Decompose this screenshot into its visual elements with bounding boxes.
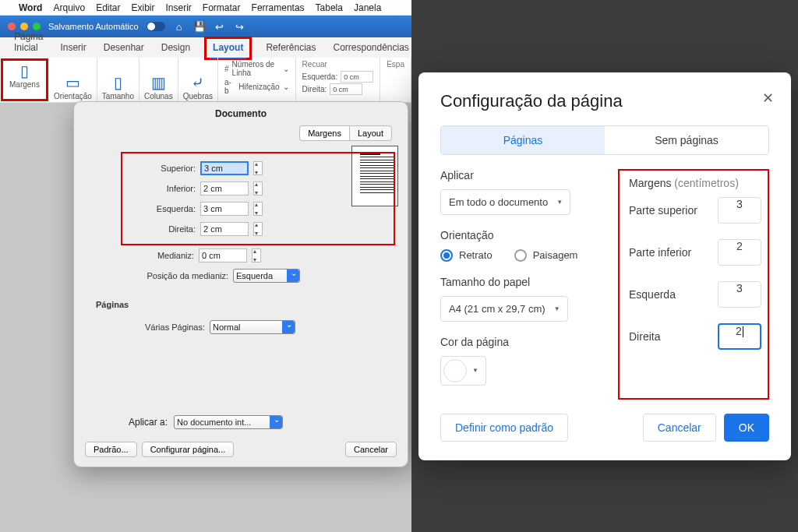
chevron-down-icon: ⌄ <box>283 65 289 73</box>
tab-references[interactable]: Referências <box>263 39 319 58</box>
ribbon-size-button[interactable]: ▯Tamanho <box>97 58 139 102</box>
ribbon-margins-button[interactable]: ▯ Margens <box>5 62 44 90</box>
page-color-label: Cor da página <box>440 336 602 348</box>
orientation-portrait-radio[interactable]: Retrato <box>440 249 493 262</box>
columns-icon: ▥ <box>151 75 166 90</box>
ribbon-columns-button[interactable]: ▥Colunas <box>139 58 178 102</box>
undo-icon[interactable]: ↩ <box>214 20 226 33</box>
ribbon-tabs[interactable]: Página Inicial Inserir Desenhar Design L… <box>0 37 411 58</box>
ribbon-breaks-button[interactable]: ⤶Quebras <box>178 58 218 102</box>
home-icon[interactable]: ⌂ <box>173 20 185 33</box>
margin-right-input[interactable]: 2 cm <box>200 222 249 236</box>
redo-icon[interactable]: ↪ <box>234 20 246 33</box>
menu-inserir[interactable]: Inserir <box>166 2 192 13</box>
margin-bottom-input[interactable]: 2 cm <box>200 181 249 196</box>
cancel-button[interactable]: Cancelar <box>345 442 397 457</box>
tab-home[interactable]: Página Inicial <box>11 28 46 58</box>
g-margin-left-input[interactable]: 3 <box>718 281 761 308</box>
gdocs-cancel-button[interactable]: Cancelar <box>643 414 716 442</box>
g-margin-bottom-input[interactable]: 2 <box>718 239 761 266</box>
multipage-value: Normal <box>213 322 240 332</box>
menu-arquivo[interactable]: Arquivo <box>53 2 85 13</box>
lineno-icon: # <box>224 65 229 73</box>
apply-select[interactable]: Em todo o documento <box>440 189 570 215</box>
gdocs-tabs[interactable]: Páginas Sem páginas <box>440 125 769 155</box>
gutter-stepper[interactable] <box>252 248 261 262</box>
word-window: Word Arquivo Editar Exibir Inserir Forma… <box>0 0 411 532</box>
margin-top-stepper[interactable] <box>253 161 263 175</box>
margin-left-label: Esquerda: <box>129 204 196 213</box>
paper-select[interactable]: A4 (21 cm x 29,7 cm) <box>440 296 568 322</box>
tab-layout[interactable]: Layout <box>210 39 246 59</box>
ribbon-indent-left-label: Esquerda: <box>302 72 338 81</box>
ribbon-indent-right-input[interactable]: 0 cm <box>330 83 362 95</box>
ribbon-lineno-button[interactable]: #Números de Linha ⌄ <box>224 60 289 77</box>
menu-janela[interactable]: Janela <box>354 2 381 13</box>
multipage-label: Várias Páginas: <box>127 322 205 332</box>
margin-left-input[interactable]: 3 cm <box>200 202 249 216</box>
hyphen-icon: a-b <box>224 78 235 95</box>
multipage-select[interactable]: Normal <box>210 320 295 334</box>
gutter-pos-label: Posição da medianiz: <box>127 271 228 280</box>
mac-menubar[interactable]: Word Arquivo Editar Exibir Inserir Forma… <box>0 0 411 16</box>
dialog-tab-layout[interactable]: Layout <box>349 125 392 141</box>
tab-mailings[interactable]: Correspondências <box>330 39 411 58</box>
dialog-title: Documento <box>74 102 408 125</box>
portrait-label: Retrato <box>459 249 493 261</box>
gdocs-tab-pages[interactable]: Páginas <box>441 126 605 154</box>
margins-highlight: Superior: 3 cm Inferior: 2 cm Esquerda: … <box>121 152 395 245</box>
ribbon-indent-header: Recuar <box>302 60 374 69</box>
ribbon-breaks-label: Quebras <box>183 92 213 100</box>
g-margin-right-label: Direita <box>629 330 660 343</box>
default-button[interactable]: Padrão... <box>85 442 137 457</box>
menu-app[interactable]: Word <box>19 2 42 13</box>
gdocs-backdrop: ✕ Configuração da página Páginas Sem pág… <box>411 0 798 532</box>
chevron-down-icon: ⌄ <box>283 83 289 91</box>
save-icon[interactable]: 💾 <box>193 20 206 33</box>
orientation-landscape-radio[interactable]: Paisagem <box>514 249 578 262</box>
apply-value: Em todo o documento <box>449 196 548 208</box>
ribbon-orientation-button[interactable]: ▭Orientação <box>49 58 97 102</box>
close-icon[interactable]: ✕ <box>762 90 774 107</box>
dialog-tabs[interactable]: Margens Layout <box>74 125 408 147</box>
g-margin-top-input[interactable]: 3 <box>718 197 761 224</box>
menu-exibir[interactable]: Exibir <box>132 2 155 13</box>
tab-draw[interactable]: Desenhar <box>101 39 147 58</box>
menu-ferramentas[interactable]: Ferramentas <box>252 2 305 13</box>
set-default-button[interactable]: Definir como padrão <box>440 414 568 442</box>
gutter-input[interactable]: 0 cm <box>199 248 247 262</box>
tab-insert[interactable]: Inserir <box>57 39 89 58</box>
ribbon-indent-left-input[interactable]: 0 cm <box>341 71 373 83</box>
margin-top-input[interactable]: 3 cm <box>200 161 249 175</box>
gdocs-page-setup-dialog: ✕ Configuração da página Páginas Sem pág… <box>418 72 791 460</box>
g-margin-right-input[interactable]: 2 <box>718 323 761 350</box>
orientation-icon: ▭ <box>65 75 80 90</box>
g-margin-left-label: Esquerda <box>629 288 676 301</box>
margin-top-label: Superior: <box>129 164 196 173</box>
margin-bottom-stepper[interactable] <box>253 181 263 196</box>
gdocs-tab-pageless[interactable]: Sem páginas <box>605 126 768 154</box>
g-margin-bottom-label: Parte inferior <box>629 246 691 259</box>
pages-section-header: Páginas <box>96 300 408 309</box>
gdocs-ok-button[interactable]: OK <box>724 414 769 442</box>
radio-icon <box>514 249 527 262</box>
gutter-pos-select[interactable]: Esquerda <box>233 269 300 283</box>
margin-left-stepper[interactable] <box>253 202 263 216</box>
autosave-toggle[interactable] <box>147 22 165 31</box>
apply-label: Aplicar <box>440 169 602 181</box>
menu-tabela[interactable]: Tabela <box>316 2 343 13</box>
page-setup-dialog: Documento Margens Layout Superior: 3 cm … <box>73 101 408 467</box>
menu-editar[interactable]: Editar <box>96 2 120 13</box>
ribbon-margins-label: Margens <box>9 80 40 89</box>
tab-design[interactable]: Design <box>158 39 193 58</box>
dialog-tab-margins[interactable]: Margens <box>299 125 349 141</box>
autosave-label: Salvamento Automático <box>48 22 139 31</box>
page-color-select[interactable] <box>440 356 486 386</box>
color-swatch-icon <box>443 359 467 382</box>
ribbon-hyphen-button[interactable]: a-bHifenização ⌄ <box>224 78 289 95</box>
margin-right-stepper[interactable] <box>253 222 263 236</box>
paper-value: A4 (21 cm x 29,7 cm) <box>449 303 546 315</box>
menu-formatar[interactable]: Formatar <box>203 2 241 13</box>
pagesetup-button[interactable]: Configurar página... <box>142 442 235 457</box>
apply-to-select[interactable]: No documento int... <box>174 415 283 429</box>
